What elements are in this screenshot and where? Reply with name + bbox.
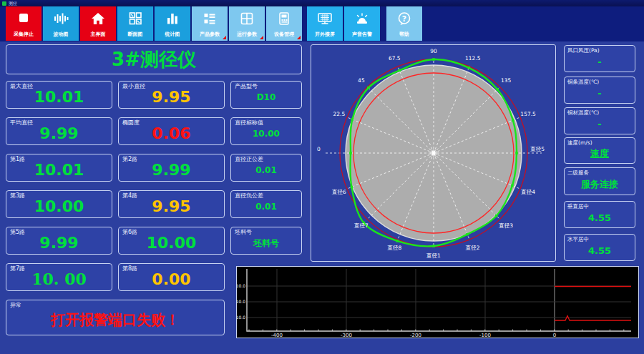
angle-label: 157.5 — [520, 111, 536, 117]
waveform-icon — [43, 6, 79, 31]
angle-label: 22.5 — [333, 111, 346, 117]
bar-chart-icon — [155, 6, 190, 31]
profile-marker — [466, 233, 469, 236]
metric-path-8: 第8路 0.00 — [118, 263, 225, 291]
angle-label: 直径7 — [353, 222, 369, 229]
metric-value: 0.01 — [231, 159, 301, 181]
button-label: 断面图 — [128, 31, 143, 41]
button-label: 采集停止 — [14, 31, 34, 41]
status-panel-0: 风口风压(Pa)- — [564, 45, 635, 72]
metric-path-4: 第4路 9.95 — [118, 190, 225, 218]
siren-icon — [344, 6, 380, 31]
angle-label: 90 — [430, 48, 437, 54]
y-tick-label: 10.0 — [237, 315, 245, 320]
metric-value: 9.99 — [119, 158, 224, 181]
angle-label: 直径5 — [530, 146, 545, 152]
x-tick-label: -200 — [410, 333, 421, 338]
metric-value: 9.99 — [6, 122, 112, 144]
x-tick-label: -100 — [479, 333, 491, 338]
profile-marker — [349, 152, 352, 154]
run-params-button[interactable]: 运行参数 — [229, 6, 265, 41]
profile-marker — [396, 240, 399, 242]
metric-nominal-diameter: 直径标称值 10.00 — [230, 117, 302, 145]
metric-max-diameter: 最大直径 10.01 — [6, 81, 112, 109]
metric-value: 10.01 — [6, 158, 112, 181]
product-list-icon — [192, 6, 228, 31]
sound-alarm-button[interactable]: 声音告警 — [344, 6, 380, 41]
metric-billet-number: 坯料号 坯料号 — [230, 227, 302, 255]
home-icon — [80, 6, 116, 31]
metric-value: 10.00 — [119, 231, 224, 254]
metric-value: 0.01 — [231, 196, 301, 217]
acquisition-stop-button[interactable]: 采集停止 — [6, 6, 42, 41]
button-label: 运行参数 — [237, 31, 257, 41]
metric-value: 9.99 — [6, 231, 112, 254]
metric-ovality: 椭圆度 0.06 — [118, 117, 225, 145]
angle-label: 直径3 — [498, 222, 513, 229]
x-tick-label: -300 — [341, 333, 352, 338]
button-label: 帮助 — [399, 31, 409, 41]
angle-label: 0 — [317, 146, 321, 152]
profile-marker — [496, 88, 499, 91]
button-label: 统计图 — [165, 31, 180, 41]
center-dot — [432, 152, 434, 154]
profile-marker — [515, 152, 518, 154]
external-screen-button[interactable]: 开外接屏 — [307, 6, 343, 41]
metric-plus-tolerance: 直径正公差 0.01 — [230, 154, 302, 182]
metric-value: 10.01 — [6, 85, 112, 108]
cross-section-chart-panel: 022.54567.590112.5135157.5直径5直径4直径3直径2直径… — [311, 44, 556, 262]
svg-text:?: ? — [402, 14, 406, 24]
stats-chart-button[interactable]: 统计图 — [155, 6, 190, 41]
angle-label: 67.5 — [389, 55, 401, 62]
metric-value: 0.00 — [119, 267, 224, 290]
metric-path-5: 第5路 9.99 — [6, 227, 112, 255]
grid-icon — [229, 6, 265, 31]
toolbar: 采集停止 波动图 主界面 断面图 统计图 — [0, 6, 644, 41]
status-panel-3: 速度(m/s)速度 — [564, 137, 635, 164]
status-value: 服务连接 — [565, 174, 635, 195]
device-mgmt-button[interactable]: 设备管理 — [266, 6, 302, 41]
profile-marker — [511, 185, 514, 187]
button-label: 主界面 — [91, 31, 106, 41]
metric-value: 10. 00 — [6, 267, 112, 290]
status-panel-1: 铜条温度(℃)- — [564, 77, 635, 104]
trend-chart: -400-300-200-100010.010.010.0 — [237, 267, 638, 338]
profile-marker — [432, 58, 435, 61]
angle-label: 直径2 — [465, 245, 480, 251]
status-value[interactable]: 速度 — [565, 144, 635, 163]
metric-path-2: 第2路 9.99 — [118, 154, 225, 182]
metric-avg-diameter: 平均直径 9.99 — [6, 117, 112, 145]
metric-path-6: 第6路 10.00 — [118, 227, 225, 255]
profile-marker — [495, 215, 498, 217]
profile-marker — [367, 87, 370, 89]
dropdown-arrow-icon — [223, 36, 226, 39]
device-icon — [266, 6, 302, 31]
status-value: - — [565, 51, 635, 72]
status-panel-2: 铜材温度(℃)- — [564, 107, 635, 134]
button-label: 波动图 — [54, 31, 69, 41]
metric-value: 10.00 — [231, 123, 301, 144]
profile-marker — [398, 69, 401, 72]
status-panel-5: 垂直居中4.55 — [564, 201, 635, 228]
section-chart-button[interactable]: 断面图 — [117, 6, 153, 41]
angle-label: 112.5 — [465, 55, 481, 62]
status-panel-6: 水平居中4.55 — [564, 234, 635, 261]
button-label: 声音告警 — [352, 31, 372, 41]
x-tick-label: 0 — [553, 333, 556, 338]
profile-marker — [351, 186, 353, 189]
main-screen-button[interactable]: 主界面 — [80, 6, 116, 41]
section-grid-icon — [117, 6, 153, 31]
wave-chart-button[interactable]: 波动图 — [43, 6, 79, 41]
angle-label: 45 — [358, 77, 365, 84]
window-titlebar: 测径 — [0, 0, 644, 6]
button-label: 产品参数 — [200, 31, 220, 41]
profile-marker — [432, 245, 435, 247]
button-label: 开外接屏 — [315, 31, 335, 41]
help-icon: ? — [386, 6, 422, 31]
trend-chart-panel: -400-300-200-100010.010.010.0 — [236, 266, 639, 338]
metric-path-7: 第7路 10. 00 — [6, 263, 112, 291]
product-params-button[interactable]: 产品参数 — [192, 6, 228, 41]
metric-minus-tolerance: 直径负公差 0.01 — [230, 190, 302, 218]
help-button[interactable]: ? 帮助 — [386, 6, 422, 41]
app-icon — [2, 1, 6, 6]
